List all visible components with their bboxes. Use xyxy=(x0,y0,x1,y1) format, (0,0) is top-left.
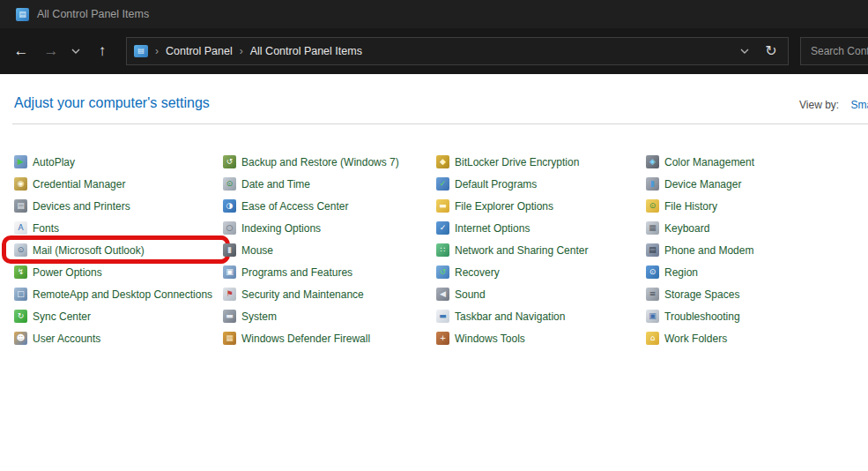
device-manager-icon: ▮ xyxy=(646,177,659,191)
keyboard-icon: ▦ xyxy=(646,221,659,235)
fonts-icon: A xyxy=(14,221,27,235)
back-button[interactable]: ← xyxy=(7,28,35,74)
defender-firewall-icon: ▦ xyxy=(223,332,236,345)
search-input[interactable] xyxy=(800,37,868,65)
item-label: Default Programs xyxy=(455,178,537,191)
breadcrumb-separator: › xyxy=(240,45,243,57)
control-panel-item-troubleshooting[interactable]: ▣Troubleshooting xyxy=(646,305,868,327)
control-panel-item-sound[interactable]: ◀Sound xyxy=(436,283,646,305)
breadcrumb-separator: › xyxy=(155,45,159,57)
item-label: Ease of Access Center xyxy=(241,200,348,213)
control-panel-item-windows-defender-firewall[interactable]: ▦Windows Defender Firewall xyxy=(223,327,436,349)
item-label: Internet Options xyxy=(455,222,530,235)
item-label: Security and Maintenance xyxy=(241,288,364,301)
backup-restore-icon: ↺ xyxy=(223,155,236,168)
control-panel-item-taskbar-and-navigation[interactable]: ▬Taskbar and Navigation xyxy=(436,305,646,327)
credential-manager-icon: ◉ xyxy=(14,177,27,191)
control-panel-item-color-management[interactable]: ◈Color Management xyxy=(646,151,868,173)
address-bar[interactable]: ▤ › Control Panel › All Control Panel It… xyxy=(126,37,789,65)
work-folders-icon: ⌂ xyxy=(646,332,659,345)
control-panel-item-devices-and-printers[interactable]: ▤Devices and Printers xyxy=(14,195,223,217)
power-options-icon: ↯ xyxy=(14,265,27,279)
sound-icon: ◀ xyxy=(436,288,449,301)
item-label: Windows Defender Firewall xyxy=(241,333,370,345)
forward-button[interactable]: → xyxy=(37,28,65,74)
windows-tools-icon: + xyxy=(436,332,449,345)
chevron-down-icon xyxy=(740,49,749,54)
internet-options-icon: ✓ xyxy=(436,221,449,235)
control-panel-item-device-manager[interactable]: ▮Device Manager xyxy=(646,173,868,195)
control-panel-item-file-explorer-options[interactable]: ▬File Explorer Options xyxy=(436,195,646,217)
navigation-bar: ← → ↑ ▤ › Control Panel › All Control Pa… xyxy=(0,28,868,74)
window-titlebar: ▤ All Control Panel Items xyxy=(0,0,868,28)
items-column-4: ◈Color Management▮Device Manager⊙File Hi… xyxy=(646,151,868,349)
security-maintenance-icon: ⚑ xyxy=(223,288,236,301)
item-label: Date and Time xyxy=(241,178,310,191)
control-panel-item-backup-and-restore-windows-7[interactable]: ↺Backup and Restore (Windows 7) xyxy=(223,151,436,173)
troubleshooting-icon: ▣ xyxy=(646,310,659,323)
control-panel-item-windows-tools[interactable]: +Windows Tools xyxy=(436,327,646,349)
item-label: Phone and Modem xyxy=(664,244,753,257)
control-panel-item-fonts[interactable]: AFonts xyxy=(14,217,223,239)
items-column-1: ▶AutoPlay◉Credential Manager▤Devices and… xyxy=(14,151,223,349)
item-label: Indexing Options xyxy=(241,222,321,235)
control-panel-item-remoteapp-and-desktop-connections[interactable]: □RemoteApp and Desktop Connections xyxy=(14,283,223,305)
autoplay-icon: ▶ xyxy=(14,155,27,168)
recent-pages-button[interactable] xyxy=(63,28,88,74)
refresh-button[interactable]: ↻ xyxy=(758,38,784,64)
control-panel-item-default-programs[interactable]: ✓Default Programs xyxy=(436,173,646,195)
control-panel-item-system[interactable]: ▬System xyxy=(223,305,436,327)
bitlocker-icon: ◆ xyxy=(436,155,449,168)
control-panel-item-credential-manager[interactable]: ◉Credential Manager xyxy=(14,173,223,195)
item-label: Work Folders xyxy=(664,333,727,345)
programs-features-icon: ▣ xyxy=(223,265,236,279)
view-by-dropdown[interactable]: Small icons xyxy=(850,99,868,111)
control-panel-item-work-folders[interactable]: ⌂Work Folders xyxy=(646,327,868,349)
control-panel-item-power-options[interactable]: ↯Power Options xyxy=(14,261,223,283)
control-panel-item-region[interactable]: ⊙Region xyxy=(646,261,868,283)
item-label: File History xyxy=(664,200,717,213)
control-panel-item-sync-center[interactable]: ↻Sync Center xyxy=(14,305,223,327)
control-panel-item-mouse[interactable]: ▮Mouse xyxy=(223,239,436,261)
up-button[interactable]: ↑ xyxy=(88,28,116,74)
item-label: System xyxy=(241,310,277,323)
sync-center-icon: ↻ xyxy=(14,310,27,323)
storage-spaces-icon: ≡ xyxy=(646,288,659,301)
control-panel-item-mail-microsoft-outlook[interactable]: ⊙Mail (Microsoft Outlook) xyxy=(14,239,223,261)
control-panel-item-storage-spaces[interactable]: ≡Storage Spaces xyxy=(646,283,868,305)
chevron-down-icon xyxy=(71,49,80,54)
item-label: Keyboard xyxy=(664,222,709,235)
control-panel-item-keyboard[interactable]: ▦Keyboard xyxy=(646,217,868,239)
control-panel-item-indexing-options[interactable]: ○Indexing Options xyxy=(223,217,436,239)
control-panel-item-user-accounts[interactable]: ☻User Accounts xyxy=(14,327,223,349)
control-panel-item-bitlocker-drive-encryption[interactable]: ◆BitLocker Drive Encryption xyxy=(436,151,646,173)
control-panel-item-autoplay[interactable]: ▶AutoPlay xyxy=(14,151,223,173)
breadcrumb-item-control-panel[interactable]: Control Panel xyxy=(166,45,233,57)
item-label: Troubleshooting xyxy=(664,310,740,323)
control-panel-item-file-history[interactable]: ⊙File History xyxy=(646,195,868,217)
devices-and-printers-icon: ▤ xyxy=(14,199,27,213)
item-label: Power Options xyxy=(33,266,102,279)
item-label: Recovery xyxy=(455,266,500,279)
color-management-icon: ◈ xyxy=(646,155,659,168)
default-programs-icon: ✓ xyxy=(436,177,449,191)
breadcrumb-item-current[interactable]: All Control Panel Items xyxy=(250,45,362,57)
control-panel-item-programs-and-features[interactable]: ▣Programs and Features xyxy=(223,261,436,283)
item-label: Sound xyxy=(455,288,486,301)
file-explorer-options-icon: ▬ xyxy=(436,199,449,213)
up-arrow-icon: ↑ xyxy=(99,42,107,60)
control-panel-item-security-and-maintenance[interactable]: ⚑Security and Maintenance xyxy=(223,283,436,305)
item-label: AutoPlay xyxy=(33,156,75,168)
control-panel-item-ease-of-access-center[interactable]: ◑Ease of Access Center xyxy=(223,195,436,217)
control-panel-item-network-and-sharing-center[interactable]: ∷Network and Sharing Center xyxy=(436,239,646,261)
item-label: Sync Center xyxy=(33,310,91,323)
item-label: Device Manager xyxy=(664,178,741,191)
control-panel-item-date-and-time[interactable]: ⊙Date and Time xyxy=(223,173,436,195)
control-panel-item-recovery[interactable]: ↺Recovery xyxy=(436,261,646,283)
control-panel-item-internet-options[interactable]: ✓Internet Options xyxy=(436,217,646,239)
item-label: File Explorer Options xyxy=(455,200,553,213)
address-dropdown-button[interactable] xyxy=(731,38,758,64)
phone-modem-icon: ▤ xyxy=(646,243,659,257)
mouse-icon: ▮ xyxy=(223,243,236,257)
control-panel-item-phone-and-modem[interactable]: ▤Phone and Modem xyxy=(646,239,868,261)
